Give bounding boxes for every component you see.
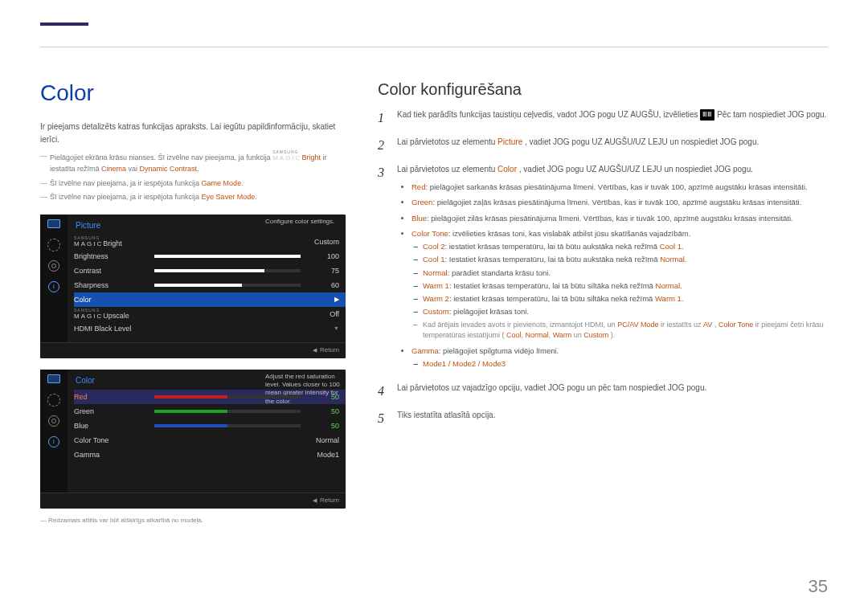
- hdmi-hl3: Color Tone: [719, 321, 753, 329]
- return-label: Return: [320, 497, 339, 504]
- chevron-right-icon: ▶: [334, 296, 339, 303]
- green-val: 50: [307, 407, 339, 415]
- warm2-txt: : iestatiet krāsas temperatūru, lai tā b…: [449, 294, 655, 303]
- osd1-row-color: Color ▶: [74, 292, 346, 307]
- step-number: 1: [378, 108, 387, 128]
- osd1-footer: ◀Return: [40, 342, 346, 358]
- sharpness-label: Sharpness: [74, 281, 154, 289]
- note-2: Šī izvēlne nav pieejama, ja ir iespējota…: [50, 178, 346, 189]
- note3-pre: Šī izvēlne nav pieejama, ja ir iespējota…: [50, 193, 202, 201]
- step-number: 5: [378, 409, 387, 428]
- warm2-end: Warm 1: [655, 294, 682, 303]
- s1-pre: Kad tiek parādīts funkcijas taustiņu ceļ…: [397, 110, 700, 119]
- note1-mid: vai: [129, 165, 140, 173]
- step-number: 2: [378, 136, 387, 155]
- step-number: 4: [378, 382, 387, 401]
- green-label: Green: [74, 407, 154, 415]
- sub-warm2: Warm 2: iestatiet krāsas temperatūru, la…: [423, 293, 828, 304]
- tuner-icon: [47, 240, 60, 250]
- s2-post: , vadiet JOG pogu UZ AUGŠU/UZ LEJU un no…: [525, 137, 759, 146]
- hdmi-n: Normal: [526, 331, 549, 339]
- magic-bright-label: SAMSUNGMAGIC: [272, 150, 301, 161]
- s2-hl: Picture: [497, 137, 522, 146]
- warm1-txt: : Iestatiet krāsas temperatūru, lai tā b…: [449, 281, 656, 290]
- brightness-val: 100: [307, 252, 339, 260]
- contrast-val: 75: [307, 267, 339, 275]
- tuner-icon: [47, 395, 60, 405]
- cool1-hl: Cool 1: [423, 255, 444, 264]
- s2-pre: Lai pārvietotos uz elementu: [397, 137, 497, 146]
- cool1-txt: : Iestatiet krāsas temperatūru, lai tā b…: [444, 255, 660, 264]
- sub-modes: Mode1 / Mode2 / Mode3: [423, 358, 828, 370]
- back-icon: ◀: [313, 497, 317, 503]
- s3-hl: Color: [497, 165, 517, 174]
- ct-hl: Color Tone: [411, 229, 448, 238]
- step-2: 2 Lai pārvietotos uz elementu Picture , …: [378, 136, 828, 155]
- green-txt: : pielāgojiet zaļās krāsas piesātinājuma…: [432, 198, 801, 206]
- osd2-row-colortone: Color Tone Normal: [74, 433, 346, 447]
- note3-hl: Eye Saver Mode: [202, 193, 256, 201]
- note1-magic: Bright: [301, 153, 321, 161]
- note2-pre: Šī izvēlne nav pieejama, ja ir iespējota…: [50, 179, 202, 187]
- cool2-hl: Cool 2: [423, 242, 444, 251]
- note1-hl1: Cinema: [101, 165, 126, 173]
- subsection-title: Color konfigurēšana: [378, 80, 828, 99]
- hdmi-hl2: AV: [703, 321, 712, 329]
- colortone-label: Color Tone: [74, 436, 154, 444]
- custom-txt: : pielāgojiet krāsas toni.: [449, 307, 529, 316]
- red-label: Red: [74, 393, 154, 401]
- image-disclaimer: Redzamais attēls var būt atšķirīgs atkar…: [48, 517, 346, 524]
- blue-txt: : pielāgojiet zilās krāsas piesātinājuma…: [427, 214, 793, 223]
- step-5: 5 Tiks iestatīta atlasītā opcija.: [378, 409, 828, 428]
- osd1-row-contrast: Contrast 75: [74, 264, 346, 278]
- cool1-end: Normal: [660, 255, 685, 264]
- magicbright-label: Bright: [103, 239, 122, 247]
- hdmi-c: Cool: [506, 331, 522, 339]
- bullet-blue: Blue: pielāgojiet zilās krāsas piesātinā…: [411, 213, 828, 224]
- hdmi-hl1: PC/AV Mode: [617, 321, 658, 329]
- page-number: 35: [809, 576, 828, 597]
- blue-val: 50: [307, 422, 339, 430]
- sharpness-val: 60: [307, 281, 339, 289]
- blue-label: Blue: [74, 422, 154, 430]
- color-label: Color: [74, 296, 154, 304]
- cool2-txt: : iestatiet krāsas temperatūru, lai tā b…: [444, 242, 659, 251]
- hdmi-label: HDMI Black Level: [74, 325, 334, 333]
- cool2-end: Cool 1: [660, 242, 682, 251]
- ct-txt: : izvēlieties krāsas toni, kas vislabāk …: [448, 229, 691, 238]
- red-hl: Red: [411, 182, 425, 191]
- green-hl: Green: [411, 198, 432, 206]
- osd-color: i Color Adjust the red saturation level.…: [40, 370, 346, 509]
- s3-post: , vadiet JOG pogu UZ AUGŠU/UZ LEJU un no…: [519, 165, 753, 174]
- sub-normal: Normal: parādiet standarta krāsu toni.: [423, 268, 828, 279]
- right-column: Color konfigurēšana 1 Kad tiek parādīts …: [378, 80, 828, 524]
- info-icon: i: [47, 282, 60, 292]
- brightness-label: Brightness: [74, 252, 154, 260]
- gamma-hl: Gamma: [411, 346, 439, 355]
- osd1-row-brightness: Brightness 100: [74, 249, 346, 264]
- osd-picture: i Picture Configure color settings. SAMS…: [40, 215, 346, 358]
- chevron-down-icon: ▼: [334, 325, 339, 331]
- back-icon: ◀: [313, 347, 317, 353]
- osd1-desc: Configure color settings.: [265, 218, 341, 226]
- note-3: Šī izvēlne nav pieejama, ja ir iespējota…: [50, 191, 346, 202]
- return-label: Return: [320, 346, 339, 353]
- header-divider: [40, 47, 828, 47]
- left-column: Color Ir pieejams detalizēts katras funk…: [40, 80, 346, 524]
- warm1-end: Normal: [656, 281, 681, 290]
- hdmi-pre: Kad ārējais ievades avots ir pievienots,…: [423, 321, 617, 329]
- warm2-hl: Warm 2: [423, 294, 449, 303]
- step-number: 3: [378, 163, 387, 374]
- sub-warm1: Warm 1: Iestatiet krāsas temperatūru, la…: [423, 280, 828, 292]
- sub-custom: Custom: pielāgojiet krāsas toni.: [423, 306, 828, 317]
- bullet-red: Red: pielāgojiet sarkanās krāsas piesāti…: [411, 182, 828, 193]
- note2-hl: Game Mode: [202, 179, 242, 187]
- magic-prefix: SAMSUNGMAGIC: [74, 236, 103, 247]
- osd-sidebar: i: [40, 370, 68, 492]
- modes-txt: Mode1 / Mode2 / Mode3: [423, 359, 506, 368]
- hdmi-end: ).: [611, 331, 616, 339]
- bullet-gamma: Gamma: pielāgojiet spilgtuma vidējo līme…: [411, 345, 828, 370]
- normal-txt: : parādiet standarta krāsu toni.: [448, 268, 551, 277]
- osd2-desc: Adjust the red saturation level. Values …: [265, 373, 341, 407]
- sub-cool2: Cool 2: iestatiet krāsas temperatūru, la…: [423, 241, 828, 252]
